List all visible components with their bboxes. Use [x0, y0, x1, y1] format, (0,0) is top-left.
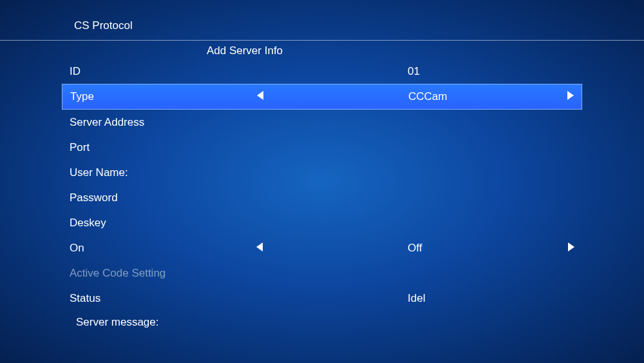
- row-on[interactable]: On Off: [63, 235, 581, 260]
- row-status: Status Idel: [63, 286, 581, 311]
- id-value: 01: [269, 65, 555, 78]
- type-prev-arrow[interactable]: [251, 90, 270, 103]
- on-label: On: [70, 242, 250, 255]
- user-name-label: User Name:: [70, 166, 250, 179]
- server-message-label: Server message:: [76, 316, 159, 329]
- server-address-label: Server Address: [70, 116, 250, 129]
- chevron-left-icon: [257, 91, 263, 100]
- row-id[interactable]: ID 01: [63, 59, 581, 84]
- row-type[interactable]: Type CCCam: [62, 84, 582, 110]
- type-label: Type: [70, 90, 251, 103]
- chevron-right-icon: [567, 91, 574, 100]
- active-code-label: Active Code Setting: [70, 267, 250, 280]
- row-server-message: Server message:: [63, 311, 581, 334]
- type-value: CCCam: [270, 90, 554, 103]
- on-prev-arrow[interactable]: [250, 242, 269, 255]
- on-next-arrow[interactable]: [555, 242, 574, 255]
- row-port[interactable]: Port: [63, 135, 581, 160]
- row-active-code-setting: Active Code Setting: [63, 260, 581, 286]
- form-content: ID 01 Type CCCam Server Address Port: [0, 59, 644, 334]
- row-password[interactable]: Password: [63, 185, 581, 210]
- subtitle: Add Server Info: [0, 41, 644, 59]
- cs-protocol-screen: CS Protocol Add Server Info ID 01 Type C…: [0, 0, 644, 363]
- password-label: Password: [70, 191, 250, 204]
- status-label: Status: [70, 292, 250, 305]
- row-user-name[interactable]: User Name:: [63, 160, 581, 185]
- row-server-address[interactable]: Server Address: [63, 110, 581, 135]
- status-value: Idel: [269, 292, 555, 305]
- port-label: Port: [70, 141, 250, 154]
- type-next-arrow[interactable]: [554, 90, 574, 103]
- chevron-right-icon: [568, 242, 574, 251]
- id-label: ID: [70, 65, 250, 78]
- deskey-label: Deskey: [70, 217, 250, 230]
- on-value: Off: [269, 242, 555, 255]
- page-title: CS Protocol: [0, 0, 644, 40]
- chevron-left-icon: [256, 242, 263, 251]
- row-deskey[interactable]: Deskey: [63, 210, 581, 235]
